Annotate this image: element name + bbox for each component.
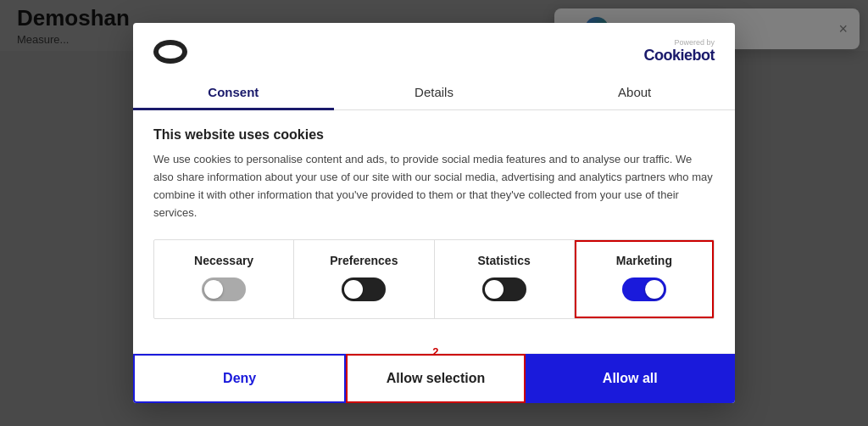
tab-details[interactable]: Details xyxy=(334,75,535,109)
category-marketing-label: Marketing xyxy=(583,254,705,267)
toggle-statistics[interactable] xyxy=(482,277,526,301)
tab-consent[interactable]: Consent xyxy=(133,75,334,109)
allow-selection-button[interactable]: Allow selection xyxy=(346,354,525,403)
cookiebot-badge: Powered by Cookiebot xyxy=(644,38,715,64)
dialog-header: Powered by Cookiebot xyxy=(133,23,735,64)
dialog-body: This website uses cookies We use cookies… xyxy=(133,110,735,352)
tab-about[interactable]: About xyxy=(534,75,735,109)
category-necessary-label: Necessary xyxy=(163,254,285,267)
category-preferences-label: Preferences xyxy=(303,254,425,267)
cookie-consent-dialog: Powered by Cookiebot Consent Details Abo… xyxy=(133,23,735,402)
dialog-tabs: Consent Details About xyxy=(133,75,735,110)
allow-all-button[interactable]: Allow all xyxy=(526,354,735,403)
powered-by-text: Powered by xyxy=(674,38,715,47)
toggle-preferences[interactable] xyxy=(342,277,386,301)
logo-inner xyxy=(159,45,182,59)
toggle-marketing[interactable] xyxy=(622,277,666,301)
cookiebot-text: Cookiebot xyxy=(644,47,715,64)
deny-button[interactable]: Deny xyxy=(133,354,346,403)
cookiebot-logo xyxy=(153,40,187,64)
cookies-description: We use cookies to personalise content an… xyxy=(153,151,715,221)
cookies-title: This website uses cookies xyxy=(153,127,715,143)
badge-1: 1 xyxy=(701,239,707,244)
dialog-actions: Deny 2 Allow selection Allow all xyxy=(133,353,735,403)
category-statistics-label: Statistics xyxy=(443,254,565,267)
cookie-categories: Necessary Preferences Statistics 1 Marke… xyxy=(153,239,715,319)
category-preferences: Preferences xyxy=(294,240,434,318)
category-necessary: Necessary xyxy=(154,240,294,318)
modal-overlay: Powered by Cookiebot Consent Details Abo… xyxy=(0,0,868,426)
category-marketing: 1 Marketing xyxy=(575,240,714,318)
category-statistics: Statistics xyxy=(435,240,575,318)
toggle-necessary[interactable] xyxy=(202,277,246,301)
